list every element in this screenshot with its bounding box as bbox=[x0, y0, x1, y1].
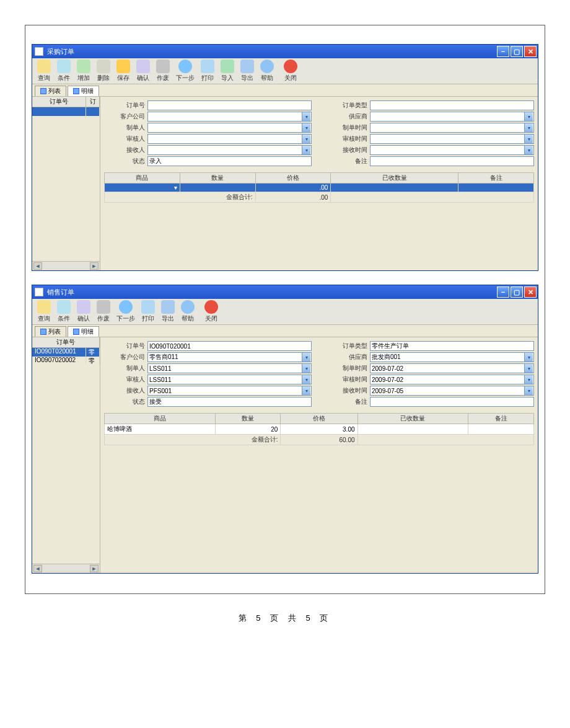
minimize-button[interactable]: − bbox=[497, 286, 509, 298]
toolbar-next-button[interactable]: 下一步 bbox=[173, 59, 197, 83]
toolbar-confirm-button[interactable]: 确认 bbox=[134, 59, 152, 83]
col-header[interactable]: 商品 bbox=[105, 173, 180, 184]
col-header[interactable]: 商品 bbox=[105, 414, 216, 424]
col-header[interactable]: 备注 bbox=[468, 414, 534, 424]
toolbar-cond-button[interactable]: 条件 bbox=[55, 300, 73, 324]
list-item[interactable]: IO0907020002零 bbox=[32, 357, 100, 365]
input-remark[interactable] bbox=[370, 156, 534, 166]
toolbar-cond-button[interactable]: 条件 bbox=[55, 59, 73, 83]
toolbar-close-button[interactable]: 关闭 bbox=[202, 300, 221, 324]
input-status[interactable] bbox=[147, 397, 312, 407]
scroll-left-icon[interactable]: ◄ bbox=[33, 262, 42, 270]
toolbar-search-button[interactable]: 查询 bbox=[35, 59, 53, 83]
combo-audit_time[interactable]: 2009-07-02▾ bbox=[370, 375, 534, 384]
h-scrollbar[interactable]: ◄ ► bbox=[32, 564, 100, 573]
combo-recv_time[interactable]: 2009-07-05▾ bbox=[370, 386, 534, 396]
order-no-header[interactable]: 订单号 bbox=[32, 337, 100, 347]
chevron-down-icon[interactable]: ▾ bbox=[524, 123, 533, 132]
maximize-button[interactable]: ▢ bbox=[511, 46, 523, 57]
toolbar-next-button[interactable]: 下一步 bbox=[114, 300, 138, 324]
chevron-down-icon[interactable]: ▾ bbox=[302, 386, 310, 395]
titlebar[interactable]: 采购订单 − ▢ ✕ bbox=[32, 45, 538, 58]
input-status[interactable] bbox=[147, 156, 312, 166]
toolbar-search-button[interactable]: 查询 bbox=[35, 300, 53, 324]
toolbar-export-button[interactable]: 导出 bbox=[159, 300, 177, 324]
label-remark: 备注 bbox=[327, 157, 370, 166]
input-order_type[interactable] bbox=[370, 100, 534, 110]
combo-make_time[interactable]: ▾ bbox=[370, 123, 534, 133]
chevron-down-icon[interactable]: ▾ bbox=[524, 386, 533, 395]
chevron-down-icon[interactable]: ▾ bbox=[302, 135, 310, 143]
close-button[interactable]: ✕ bbox=[524, 46, 537, 57]
toolbar-import-button[interactable]: 导入 bbox=[218, 59, 237, 83]
chevron-down-icon[interactable]: ▾ bbox=[524, 135, 533, 143]
maximize-button[interactable]: ▢ bbox=[511, 286, 523, 298]
input-order_no[interactable] bbox=[147, 341, 312, 351]
toolbar-del-button[interactable]: 删除 bbox=[94, 59, 113, 83]
toolbar-confirm-button[interactable]: 确认 bbox=[74, 300, 93, 324]
print-icon bbox=[141, 300, 155, 314]
toolbar-help-button[interactable]: 帮助 bbox=[258, 59, 276, 83]
combo-make_time[interactable]: 2009-07-02▾ bbox=[370, 363, 534, 373]
combo-recv_time[interactable]: ▾ bbox=[370, 145, 534, 155]
chevron-down-icon[interactable]: ▾ bbox=[524, 353, 533, 362]
chevron-down-icon[interactable]: ▾ bbox=[524, 112, 533, 121]
col-header[interactable]: 已收数量 bbox=[357, 414, 468, 424]
titlebar[interactable]: 销售订单 − ▢ ✕ bbox=[32, 285, 538, 299]
chevron-down-icon[interactable]: ▾ bbox=[524, 364, 533, 373]
toolbar-close-button[interactable]: 关闭 bbox=[281, 59, 300, 83]
tab-list[interactable]: 列表 bbox=[35, 326, 66, 337]
order-col2-header[interactable]: 订 bbox=[86, 97, 100, 107]
combo-auditor[interactable]: LSS011▾ bbox=[147, 375, 312, 384]
chevron-down-icon[interactable]: ▾ bbox=[302, 364, 310, 373]
scroll-right-icon[interactable]: ► bbox=[90, 565, 99, 572]
input-remark[interactable] bbox=[370, 397, 534, 407]
col-header[interactable]: 数量 bbox=[215, 414, 281, 424]
scroll-right-icon[interactable]: ► bbox=[90, 262, 99, 270]
chevron-down-icon[interactable]: ▾ bbox=[302, 375, 310, 384]
table-row[interactable]: 哈博啤酒203.00 bbox=[105, 424, 534, 435]
h-scrollbar[interactable]: ◄ ► bbox=[32, 261, 100, 270]
input-order_no[interactable] bbox=[147, 100, 312, 110]
list-item[interactable]: IO090T020001零 bbox=[32, 348, 100, 357]
tab-list[interactable]: 列表 bbox=[35, 86, 66, 96]
tab-detail[interactable]: 明细 bbox=[68, 86, 99, 96]
toolbar-void-button[interactable]: 作废 bbox=[154, 59, 172, 83]
chevron-down-icon[interactable]: ▾ bbox=[524, 146, 533, 154]
combo-maker[interactable]: ▾ bbox=[147, 123, 312, 133]
col-header[interactable]: 数量 bbox=[180, 173, 255, 184]
col-header[interactable]: 已收数量 bbox=[331, 173, 458, 184]
col-header[interactable]: 价格 bbox=[255, 173, 331, 184]
scroll-left-icon[interactable]: ◄ bbox=[33, 565, 42, 572]
col-header[interactable]: 价格 bbox=[281, 414, 357, 424]
toolbar-save-button[interactable]: 保存 bbox=[114, 59, 133, 83]
chevron-down-icon[interactable]: ▾ bbox=[302, 112, 310, 121]
combo-supplier[interactable]: 批发商001▾ bbox=[370, 352, 534, 362]
combo-receiver[interactable]: PFS001▾ bbox=[147, 386, 312, 396]
combo-auditor[interactable]: ▾ bbox=[147, 134, 312, 144]
toolbar-void-button[interactable]: 作废 bbox=[94, 300, 113, 324]
order-no-header[interactable]: 订单号 bbox=[32, 97, 86, 107]
close-button[interactable]: ✕ bbox=[524, 286, 537, 298]
tab-detail[interactable]: 明细 bbox=[68, 326, 99, 337]
combo-customer[interactable]: 零售商011▾ bbox=[147, 352, 312, 362]
chevron-down-icon[interactable]: ▾ bbox=[302, 146, 310, 154]
chevron-down-icon[interactable]: ▾ bbox=[302, 353, 310, 362]
minimize-button[interactable]: − bbox=[497, 46, 509, 57]
app-icon bbox=[35, 47, 43, 56]
combo-audit_time[interactable]: ▾ bbox=[370, 134, 534, 144]
combo-customer[interactable]: ▾ bbox=[147, 112, 312, 122]
combo-supplier[interactable]: ▾ bbox=[370, 112, 534, 122]
input-order_type[interactable] bbox=[370, 341, 534, 351]
toolbar-help-button[interactable]: 帮助 bbox=[178, 300, 197, 324]
toolbar-export-button[interactable]: 导出 bbox=[238, 59, 256, 83]
toolbar-add-button[interactable]: 增加 bbox=[74, 59, 93, 83]
combo-maker[interactable]: LSS011▾ bbox=[147, 363, 312, 373]
toolbar-print-button[interactable]: 打印 bbox=[139, 300, 157, 324]
combo-receiver[interactable]: ▾ bbox=[147, 145, 312, 155]
col-header[interactable]: 备注 bbox=[458, 173, 534, 184]
chevron-down-icon[interactable]: ▾ bbox=[302, 123, 310, 132]
table-row[interactable]: ▾.00 bbox=[105, 184, 534, 192]
toolbar-print-button[interactable]: 打印 bbox=[198, 59, 217, 83]
chevron-down-icon[interactable]: ▾ bbox=[524, 375, 533, 384]
